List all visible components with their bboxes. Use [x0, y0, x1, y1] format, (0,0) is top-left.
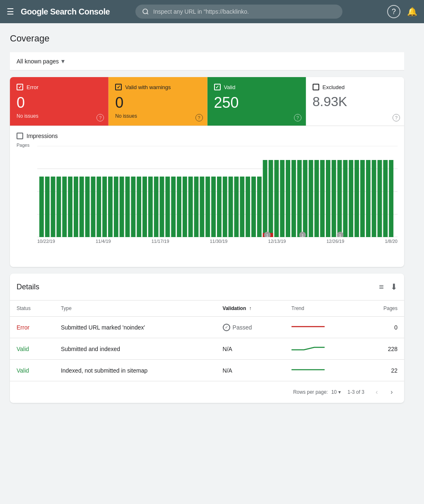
error-help-icon[interactable]: ?	[96, 114, 104, 121]
svg-rect-29	[165, 177, 170, 237]
svg-rect-44	[251, 177, 256, 237]
svg-text:1: 1	[266, 233, 268, 237]
search-icon	[142, 8, 149, 15]
prev-page-button[interactable]: ‹	[371, 386, 383, 398]
row1-pages: 0	[360, 317, 404, 338]
svg-rect-61	[337, 160, 342, 237]
rows-per-page-label: Rows per page:	[293, 389, 328, 395]
valid-help-icon[interactable]: ?	[294, 114, 301, 121]
valid-checkbox[interactable]	[214, 84, 221, 90]
row1-status: Error	[10, 317, 54, 338]
svg-rect-68	[378, 160, 382, 237]
chart-area: Impressions Pages	[10, 126, 404, 267]
row2-type: Submitted and indexed	[54, 338, 216, 360]
svg-rect-54	[297, 160, 302, 237]
notification-button[interactable]: 🔔	[407, 7, 417, 17]
svg-rect-69	[383, 160, 388, 237]
valid-value: 250	[214, 94, 299, 111]
svg-rect-14	[80, 177, 84, 237]
svg-rect-31	[177, 177, 181, 237]
filter-bar: All known pages ▾	[10, 52, 404, 70]
col-validation[interactable]: Validation ↑	[216, 300, 285, 317]
svg-rect-30	[171, 177, 176, 237]
svg-rect-55	[303, 160, 308, 237]
impressions-checkbox[interactable]	[17, 133, 23, 139]
svg-rect-23	[131, 177, 135, 237]
svg-rect-13	[74, 177, 78, 237]
svg-rect-62	[343, 160, 348, 237]
col-trend: Trend	[285, 300, 360, 317]
download-icon[interactable]: ⬇	[390, 282, 398, 292]
svg-rect-7	[39, 177, 44, 237]
svg-rect-21	[120, 177, 124, 237]
excluded-card-header: Excluded	[313, 84, 398, 90]
logo-text: Google Search Console	[21, 7, 110, 16]
warning-value: 0	[115, 94, 200, 111]
svg-rect-52	[286, 160, 290, 237]
row3-pages: 22	[360, 360, 404, 381]
col-type: Type	[54, 300, 216, 317]
svg-rect-57	[314, 160, 319, 237]
warning-card[interactable]: Valid with warnings 0 No issues ?	[108, 77, 207, 126]
pagination-range: 1-3 of 3	[347, 389, 364, 395]
row2-trend	[285, 338, 360, 360]
svg-rect-19	[108, 177, 113, 237]
svg-rect-16	[91, 177, 96, 237]
search-input[interactable]	[153, 8, 336, 15]
svg-rect-15	[85, 177, 90, 237]
main-content: Coverage All known pages ▾ Error 0 No is…	[0, 23, 414, 413]
svg-rect-18	[102, 177, 107, 237]
excluded-card[interactable]: Excluded 8.93K ?	[306, 77, 404, 126]
menu-icon[interactable]: ☰	[7, 7, 14, 17]
row1-type: Submitted URL marked 'noindex'	[54, 317, 216, 338]
row1-trend	[285, 317, 360, 338]
svg-rect-58	[320, 160, 325, 237]
svg-rect-34	[194, 177, 199, 237]
svg-text:1: 1	[301, 233, 304, 237]
filter-icon[interactable]: ≡	[379, 282, 384, 292]
svg-rect-39	[223, 177, 227, 237]
warning-checkbox[interactable]	[115, 84, 122, 90]
filter-dropdown[interactable]: All known pages ▾	[17, 57, 65, 65]
excluded-checkbox[interactable]	[313, 84, 319, 90]
table-row: Error Submitted URL marked 'noindex' ✓ P…	[10, 317, 404, 338]
table-body: Error Submitted URL marked 'noindex' ✓ P…	[10, 317, 404, 381]
svg-rect-42	[240, 177, 244, 237]
row3-trend	[285, 360, 360, 381]
svg-rect-38	[217, 177, 222, 237]
svg-rect-10	[56, 177, 61, 237]
rows-per-page-dropdown[interactable]: 10 ▾	[331, 389, 341, 395]
excluded-help-icon[interactable]: ?	[393, 114, 400, 121]
svg-rect-41	[234, 177, 239, 237]
x-label-3: 11/17/19	[152, 239, 169, 244]
check-circle-icon: ✓	[223, 324, 230, 331]
svg-point-0	[143, 9, 147, 14]
sort-arrow-icon: ↑	[249, 305, 252, 311]
logo-bold: Search Console	[50, 7, 110, 16]
x-axis-labels: 10/22/19 11/4/19 11/17/19 11/30/19 12/13…	[37, 239, 398, 244]
next-page-button[interactable]: ›	[386, 386, 398, 398]
svg-rect-12	[68, 177, 72, 237]
error-checkbox[interactable]	[17, 84, 23, 90]
table-header: Status Type Validation ↑ Trend Pages	[10, 300, 404, 317]
valid-card[interactable]: Valid 250 ?	[207, 77, 306, 126]
svg-rect-35	[200, 177, 204, 237]
rows-dropdown-chevron: ▾	[338, 389, 341, 395]
row2-validation: N/A	[216, 338, 285, 360]
pagination-rows: Rows per page: 10 ▾	[293, 389, 341, 395]
x-label-2: 11/4/19	[96, 239, 111, 244]
details-section: Details ≡ ⬇ Status Type Validation ↑ Tre…	[10, 274, 404, 403]
svg-rect-63	[349, 160, 353, 237]
warning-help-icon[interactable]: ?	[195, 114, 203, 121]
svg-rect-26	[148, 177, 153, 237]
help-button[interactable]: ?	[387, 5, 400, 18]
chevron-down-icon: ▾	[61, 57, 65, 65]
logo: Google Search Console	[21, 7, 110, 17]
error-card[interactable]: Error 0 No issues ?	[10, 77, 108, 126]
error-sub: No issues	[17, 113, 101, 119]
svg-rect-70	[389, 160, 393, 237]
bar-chart: 1 1 1	[37, 146, 398, 237]
header: ☰ Google Search Console ? 🔔	[0, 0, 424, 23]
impressions-text: Impressions	[26, 133, 58, 139]
search-bar	[135, 5, 342, 19]
